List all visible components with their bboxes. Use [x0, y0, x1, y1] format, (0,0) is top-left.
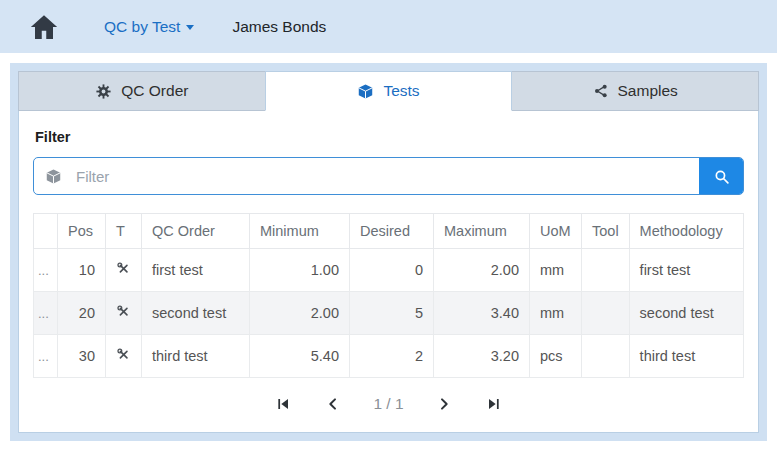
tool-cell: [582, 249, 630, 292]
page-indicator: 1 / 1: [373, 395, 403, 413]
share-icon: [593, 83, 609, 99]
maximum-cell: 3.20: [434, 335, 530, 378]
tab-samples[interactable]: Samples: [511, 71, 759, 111]
tool-cell: [582, 292, 630, 335]
pagination: 1 / 1: [33, 378, 744, 424]
col-header-pos: Pos: [58, 214, 106, 249]
tools-icon: [116, 347, 131, 362]
cogs-icon: [95, 83, 112, 100]
col-header-desired: Desired: [350, 214, 434, 249]
pos-cell: 10: [58, 249, 106, 292]
filter-input-group: [33, 157, 744, 195]
maximum-cell: 3.40: [434, 292, 530, 335]
table-row[interactable]: ... 30 third test 5.40 2: [34, 335, 744, 378]
qc-order-cell: second test: [142, 292, 250, 335]
top-navbar: QC by Test James Bonds: [0, 0, 777, 53]
methodology-cell: first test: [629, 249, 743, 292]
filter-input[interactable]: [72, 158, 699, 194]
col-header-maximum: Maximum: [434, 214, 530, 249]
search-icon: [713, 168, 730, 185]
user-name: James Bonds: [232, 18, 326, 36]
t-cell: [106, 292, 142, 335]
desired-cell: 2: [350, 335, 434, 378]
col-header-t: T: [106, 214, 142, 249]
desired-cell: 5: [350, 292, 434, 335]
tab-samples-label: Samples: [618, 82, 678, 100]
t-cell: [106, 335, 142, 378]
uom-cell: mm: [530, 249, 582, 292]
search-button[interactable]: [699, 158, 743, 194]
content-panel: QC Order Tests Samples: [10, 63, 767, 441]
filter-heading: Filter: [35, 129, 742, 145]
first-page-icon: [275, 396, 291, 412]
home-icon: [28, 12, 60, 42]
col-header-minimum: Minimum: [250, 214, 350, 249]
methodology-cell: second test: [629, 292, 743, 335]
desired-cell: 0: [350, 249, 434, 292]
col-header-qc-order: QC Order: [142, 214, 250, 249]
tools-icon: [116, 261, 131, 276]
table-row[interactable]: ... 20 second test 2.00 5: [34, 292, 744, 335]
minimum-cell: 1.00: [250, 249, 350, 292]
tab-tests-label: Tests: [383, 82, 419, 100]
qc-order-cell: first test: [142, 249, 250, 292]
first-page-button[interactable]: [273, 394, 293, 414]
home-button[interactable]: [24, 10, 64, 44]
cube-icon: [45, 168, 62, 185]
col-header-methodology: Methodology: [629, 214, 743, 249]
previous-page-button[interactable]: [323, 394, 343, 414]
row-overflow-cell[interactable]: ...: [34, 249, 58, 292]
tool-cell: [582, 335, 630, 378]
maximum-cell: 2.00: [434, 249, 530, 292]
qc-order-cell: third test: [142, 335, 250, 378]
qc-by-test-label: QC by Test: [104, 18, 180, 36]
table-row[interactable]: ... 10 first test 1.00 0: [34, 249, 744, 292]
minimum-cell: 2.00: [250, 292, 350, 335]
table-body: ... 10 first test 1.00 0: [34, 249, 744, 378]
row-overflow-cell[interactable]: ...: [34, 335, 58, 378]
app-window: QC by Test James Bonds QC Order: [0, 0, 777, 475]
caret-down-icon: [186, 25, 194, 30]
pos-cell: 20: [58, 292, 106, 335]
header-row: Pos T QC Order Minimum Desired Maximum U…: [34, 214, 744, 249]
tests-table: Pos T QC Order Minimum Desired Maximum U…: [33, 213, 744, 378]
last-page-button[interactable]: [484, 394, 504, 414]
col-header-uom: UoM: [530, 214, 582, 249]
pos-cell: 30: [58, 335, 106, 378]
methodology-cell: third test: [629, 335, 743, 378]
chevron-right-icon: [436, 396, 452, 412]
cube-addon: [34, 158, 72, 194]
tab-tests[interactable]: Tests: [265, 71, 513, 111]
qc-by-test-menu[interactable]: QC by Test: [104, 18, 194, 36]
cube-icon: [357, 83, 374, 100]
uom-cell: pcs: [530, 335, 582, 378]
uom-cell: mm: [530, 292, 582, 335]
row-overflow-cell[interactable]: ...: [34, 292, 58, 335]
tab-qc-order-label: QC Order: [121, 82, 188, 100]
minimum-cell: 5.40: [250, 335, 350, 378]
last-page-icon: [486, 396, 502, 412]
tests-tab-panel: Filter: [18, 110, 759, 433]
table-header: Pos T QC Order Minimum Desired Maximum U…: [34, 214, 744, 249]
tab-bar: QC Order Tests Samples: [18, 71, 759, 111]
chevron-left-icon: [325, 396, 341, 412]
tab-qc-order[interactable]: QC Order: [18, 71, 266, 111]
next-page-button[interactable]: [434, 394, 454, 414]
col-header-expand: [34, 214, 58, 249]
t-cell: [106, 249, 142, 292]
col-header-tool: Tool: [582, 214, 630, 249]
tools-icon: [116, 304, 131, 319]
